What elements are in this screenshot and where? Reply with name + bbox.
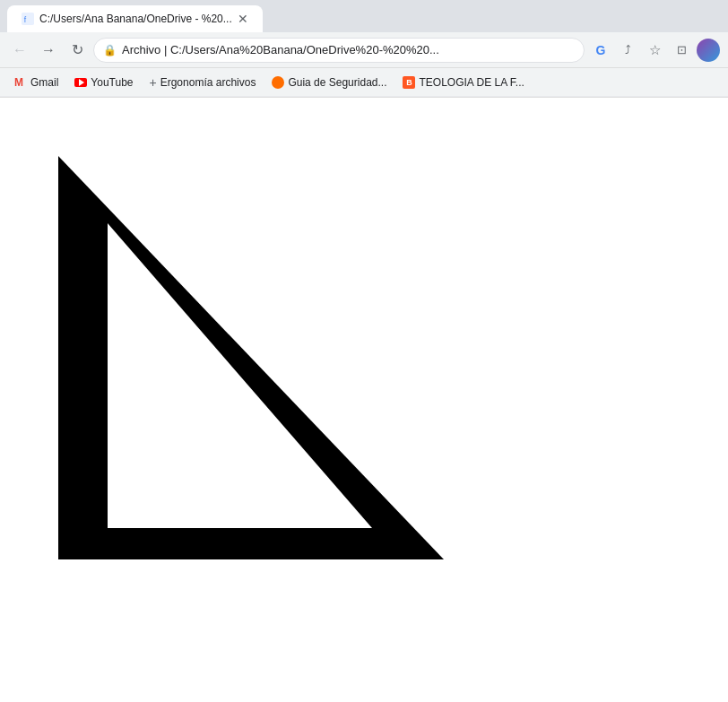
google-button[interactable]: G (588, 38, 613, 63)
share-icon: ⤴ (625, 43, 631, 56)
bookmark-teologia[interactable]: B TEOLOGIA DE LA F... (395, 74, 531, 91)
gmail-favicon-icon: M (14, 76, 27, 89)
bookmark-ergonomia-label: Ergonomía archivos (160, 76, 256, 89)
bookmark-youtube-label: YouTube (91, 76, 133, 89)
tab-title: C:/Users/Ana Banana/OneDrive - %20... (39, 13, 232, 25)
reload-icon: ↻ (72, 41, 83, 58)
set-square-image (54, 152, 457, 573)
bookmark-guia[interactable]: Guia de Seguridad... (264, 74, 394, 91)
profile-button[interactable] (696, 38, 721, 63)
reload-button[interactable]: ↻ (65, 38, 90, 63)
plus-icon: + (150, 75, 157, 90)
forward-button[interactable]: → (36, 38, 61, 63)
avatar (697, 39, 720, 62)
youtube-play-icon (79, 79, 84, 86)
blogger-favicon-icon: B (403, 76, 415, 89)
bookmark-gmail[interactable]: M Gmail (7, 74, 65, 91)
share-button[interactable]: ⤴ (615, 38, 640, 63)
youtube-favicon-icon (74, 78, 87, 87)
forward-icon: → (41, 42, 56, 58)
address-bar[interactable]: 🔒 Archivo | C:/Users/Ana%20Banana/OneDri… (93, 38, 585, 63)
address-text: Archivo | C:/Users/Ana%20Banana/OneDrive… (122, 43, 575, 56)
tab-bar: f C:/Users/Ana Banana/OneDrive - %20... … (0, 0, 728, 32)
bookmark-star-button[interactable]: ☆ (642, 38, 667, 63)
bookmark-ergonomia[interactable]: + Ergonomía archivos (143, 73, 264, 92)
tab-favicon: f (22, 13, 34, 25)
lock-icon: 🔒 (103, 44, 117, 56)
bookmark-youtube[interactable]: YouTube (67, 74, 140, 91)
bookmarks-bar: M Gmail YouTube + Ergonomía archivos Gui… (0, 68, 728, 97)
tab-menu-button[interactable]: ⊡ (669, 38, 694, 63)
tab-menu-icon: ⊡ (677, 43, 687, 56)
page-content (0, 98, 728, 702)
guia-favicon-icon (272, 76, 284, 89)
active-tab[interactable]: f C:/Users/Ana Banana/OneDrive - %20... … (7, 5, 263, 32)
star-icon: ☆ (649, 42, 661, 58)
nav-bar: ← → ↻ 🔒 Archivo | C:/Users/Ana%20Banana/… (0, 32, 728, 68)
nav-icons-right: G ⤴ ☆ ⊡ (588, 38, 721, 63)
google-icon: G (596, 43, 606, 57)
set-square-svg (54, 152, 448, 564)
back-button[interactable]: ← (7, 38, 32, 63)
browser-chrome: f C:/Users/Ana Banana/OneDrive - %20... … (0, 0, 728, 98)
bookmark-teologia-label: TEOLOGIA DE LA F... (419, 76, 524, 89)
back-icon: ← (13, 42, 27, 58)
tab-close-icon[interactable]: ✕ (238, 12, 248, 26)
bookmark-gmail-label: Gmail (30, 76, 58, 89)
bookmark-guia-label: Guia de Seguridad... (288, 76, 386, 89)
